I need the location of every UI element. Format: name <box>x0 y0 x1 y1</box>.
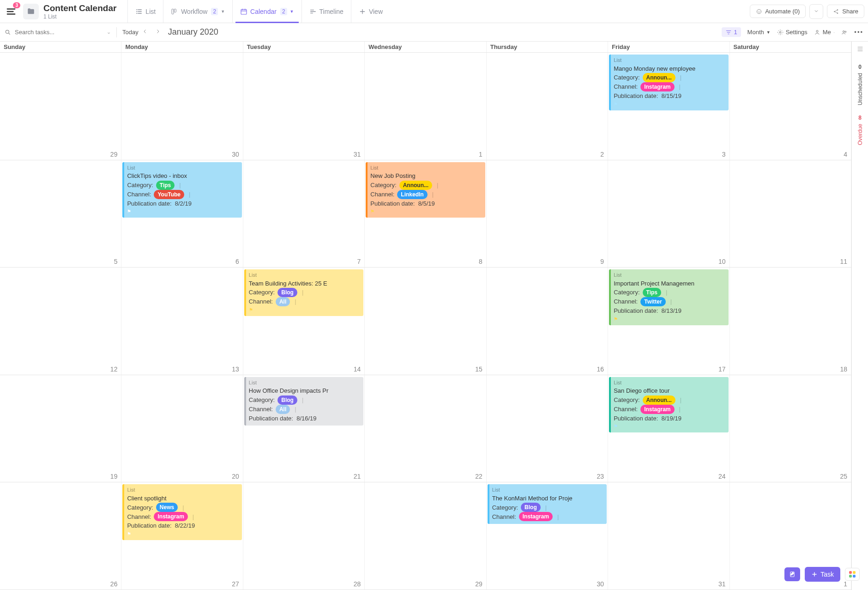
calendar-cell[interactable]: ListImportant Project ManagemenCategory:… <box>608 268 729 375</box>
channel-tag: Instagram <box>640 405 674 414</box>
svg-rect-1 <box>174 9 176 12</box>
period-label: Month <box>747 29 764 36</box>
event-card[interactable]: ListHow Office Design impacts PrCategory… <box>244 377 363 426</box>
card-title: ClickTips video - inbox <box>127 171 239 181</box>
calendar-cell[interactable]: 2 <box>487 53 608 160</box>
overdue-label: Overdue <box>857 124 863 145</box>
view-tab-list[interactable]: List <box>127 0 163 23</box>
calendar-cell[interactable]: 7 <box>243 160 365 268</box>
card-channel-row: Channel: YouTube| <box>127 190 239 199</box>
automate-button[interactable]: Automate (0) <box>750 5 806 18</box>
card-category-row: Category: Blog| <box>249 395 361 405</box>
calendar-cell[interactable]: 31 <box>243 53 365 160</box>
calendar-cell[interactable]: 5 <box>0 160 121 268</box>
notepad-fab[interactable] <box>784 567 800 581</box>
card-title: Team Building Activities: 25 E <box>249 279 361 288</box>
folder-button[interactable] <box>23 4 39 19</box>
robot-icon <box>756 8 762 15</box>
apps-fab[interactable] <box>845 568 860 581</box>
new-task-fab[interactable]: Task <box>805 567 840 582</box>
channel-tag: Instagram <box>640 82 674 91</box>
calendar-cell[interactable]: 29 <box>365 482 486 590</box>
prev-month[interactable] <box>139 27 151 37</box>
event-card[interactable]: ListThe KonMari Method for ProjeCategory… <box>488 484 607 524</box>
flag-icon: ⚑ <box>614 316 725 322</box>
day-headers: SundayMondayTuesdayWednesdayThursdayFrid… <box>0 42 851 53</box>
calendar-cell[interactable]: ListTeam Building Activities: 25 ECatego… <box>243 268 365 375</box>
calendar-cell[interactable]: 29 <box>0 53 121 160</box>
calendar-cell[interactable]: 11 <box>730 160 851 268</box>
calendar-cell[interactable]: 22 <box>365 375 486 482</box>
next-month[interactable] <box>151 27 164 37</box>
event-card[interactable]: ListClient spotlightCategory: News|Chann… <box>122 484 241 540</box>
calendar-cell[interactable]: 31 <box>608 482 729 590</box>
event-card[interactable]: ListSan Diego office tourCategory: Annou… <box>609 377 728 433</box>
rail-settings-icon[interactable] <box>856 45 864 55</box>
apps-icon <box>849 571 856 578</box>
automate-dropdown[interactable] <box>809 4 823 19</box>
calendar-cell[interactable]: 18 <box>730 268 851 375</box>
day-header: Saturday <box>730 42 851 52</box>
calendar-cell[interactable]: ListClickTips video - inboxCategory: Tip… <box>121 160 243 268</box>
event-card[interactable]: ListClickTips video - inboxCategory: Tip… <box>122 162 241 218</box>
event-card[interactable]: ListNew Job PostingCategory: Announ...|C… <box>366 162 485 218</box>
calendar-cell[interactable]: ListClient spotlightCategory: News|Chann… <box>121 482 243 590</box>
calendar-cell[interactable]: ListSan Diego office tourCategory: Annou… <box>608 375 729 482</box>
more-menu[interactable]: ••• <box>854 29 863 36</box>
calendar-cell[interactable]: ListThe KonMari Method for ProjeCategory… <box>487 482 608 590</box>
event-card[interactable]: ListTeam Building Activities: 25 ECatego… <box>244 269 363 316</box>
calendar-cell[interactable]: 19 <box>0 375 121 482</box>
view-tab-workflow[interactable]: Workflow2▼ <box>163 0 232 23</box>
assignee-filter[interactable] <box>841 29 848 36</box>
calendar-cell[interactable]: ListHow Office Design impacts PrCategory… <box>243 375 365 482</box>
event-card[interactable]: ListImportant Project ManagemenCategory:… <box>609 269 728 325</box>
card-category-row: Category: Blog| <box>492 503 604 512</box>
today-button[interactable]: Today <box>122 29 139 36</box>
day-number: 20 <box>232 473 239 480</box>
menu-button[interactable]: 3 <box>4 4 18 19</box>
view-tabs: ListWorkflow2▼Calendar2▼TimelineView <box>127 0 390 23</box>
calendar-cell[interactable]: 1 <box>365 53 486 160</box>
search-dropdown[interactable]: ⌄ <box>107 29 111 35</box>
share-icon <box>833 8 839 15</box>
category-tag: Tips <box>643 288 661 297</box>
card-channel-row: Channel: Instagram| <box>127 512 239 521</box>
event-card[interactable]: ListMango Monday new employeeCategory: A… <box>609 55 728 110</box>
period-selector[interactable]: Month ▼ <box>747 29 771 36</box>
me-filter[interactable]: Me · <box>814 29 835 36</box>
calendar-cell[interactable]: 25 <box>730 375 851 482</box>
calendar-cell[interactable]: 4 <box>730 53 851 160</box>
overdue-toggle[interactable]: Overdue 8 <box>857 115 863 145</box>
calendar-cell[interactable]: 26 <box>0 482 121 590</box>
view-tab-view[interactable]: View <box>351 0 390 23</box>
view-tab-timeline[interactable]: Timeline <box>301 0 351 23</box>
day-number: 29 <box>110 151 118 158</box>
calendar-cell[interactable]: ListNew Job PostingCategory: Announ...|C… <box>365 160 486 268</box>
search-input[interactable] <box>15 29 84 36</box>
channel-tag: All <box>276 297 290 306</box>
calendar-cell[interactable]: 15 <box>365 268 486 375</box>
filter-button[interactable]: 1 <box>722 27 741 37</box>
calendar-cell[interactable]: 10 <box>608 160 729 268</box>
side-rail: Unscheduled 0 Overdue 8 <box>851 42 868 590</box>
people-icon <box>841 29 848 36</box>
svg-point-9 <box>6 30 9 33</box>
day-number: 2 <box>600 151 604 158</box>
view-tab-calendar[interactable]: Calendar2▼ <box>232 0 301 23</box>
calendar-cell[interactable]: 9 <box>487 160 608 268</box>
calendar-cell[interactable]: 28 <box>243 482 365 590</box>
calendar-cell[interactable]: 12 <box>0 268 121 375</box>
card-title: The KonMari Method for Proje <box>492 494 604 503</box>
calendar-cell[interactable]: 13 <box>121 268 243 375</box>
day-number: 1 <box>479 151 482 158</box>
settings-button[interactable]: Settings <box>777 29 808 36</box>
calendar-cell[interactable]: ListMango Monday new employeeCategory: A… <box>608 53 729 160</box>
unscheduled-toggle[interactable]: Unscheduled 0 <box>857 64 863 105</box>
calendar-cell[interactable]: 30 <box>121 53 243 160</box>
calendar-cell[interactable]: 20 <box>121 375 243 482</box>
calendar-cell[interactable]: 16 <box>487 268 608 375</box>
day-number: 7 <box>357 258 361 265</box>
share-button[interactable]: Share <box>827 5 864 18</box>
calendar-cell[interactable]: 23 <box>487 375 608 482</box>
card-list-label: List <box>249 271 361 279</box>
